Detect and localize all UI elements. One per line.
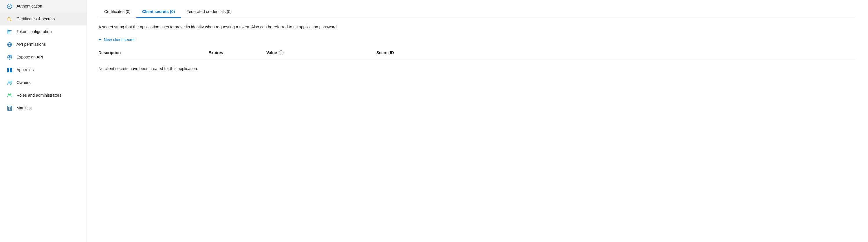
table-header: Description Expires Value i Secret ID (98, 50, 857, 58)
new-secret-label: New client secret (104, 37, 135, 42)
svg-rect-14 (10, 70, 12, 72)
empty-state-message: No client secrets have been created for … (98, 62, 857, 71)
svg-point-18 (9, 93, 11, 95)
expose-icon (7, 54, 12, 60)
svg-rect-22 (8, 108, 9, 109)
sidebar-item-label-manifest: Manifest (17, 105, 32, 111)
column-header-description: Description (98, 50, 209, 55)
main-content: Certificates (0) Client secrets (0) Fede… (87, 0, 868, 242)
svg-point-17 (8, 93, 9, 95)
sidebar: Authentication Certificates & secrets To… (0, 0, 87, 242)
tab-client-secrets[interactable]: Client secrets (0) (136, 6, 181, 18)
column-header-expires: Expires (209, 50, 267, 55)
sidebar-item-roles-administrators[interactable]: Roles and administrators (0, 89, 87, 102)
column-header-value: Value i (267, 50, 376, 55)
sidebar-item-label-certificates: Certificates & secrets (17, 16, 55, 22)
api-icon (7, 42, 12, 48)
roles-icon (7, 93, 12, 98)
sidebar-item-api-permissions[interactable]: API permissions (0, 38, 87, 51)
svg-rect-12 (10, 68, 12, 70)
sidebar-item-label-api: API permissions (17, 42, 46, 48)
sidebar-item-label-token: Token configuration (17, 29, 52, 35)
tab-certificates[interactable]: Certificates (0) (98, 6, 136, 18)
key-icon (7, 16, 12, 22)
approles-icon (7, 67, 12, 73)
tab-bar: Certificates (0) Client secrets (0) Fede… (98, 6, 857, 18)
svg-rect-13 (7, 70, 9, 72)
svg-point-15 (8, 81, 10, 83)
sidebar-item-certificates-secrets[interactable]: Certificates & secrets (0, 13, 87, 26)
token-icon (7, 29, 12, 35)
sidebar-item-label-authentication: Authentication (17, 3, 42, 9)
authentication-icon (7, 3, 12, 9)
sidebar-item-owners[interactable]: Owners (0, 77, 87, 89)
tab-federated-credentials[interactable]: Federated credentials (0) (181, 6, 238, 18)
svg-point-16 (10, 81, 12, 83)
sidebar-item-label-expose: Expose an API (17, 54, 43, 60)
sidebar-item-token-configuration[interactable]: Token configuration (0, 26, 87, 38)
sidebar-item-expose-api[interactable]: Expose an API (0, 51, 87, 64)
svg-point-10 (10, 55, 12, 57)
svg-rect-20 (8, 107, 9, 108)
sidebar-item-authentication[interactable]: Authentication (0, 0, 87, 13)
sidebar-item-label-owners: Owners (17, 80, 30, 86)
svg-rect-21 (9, 107, 11, 108)
sidebar-item-label-roles: Roles and administrators (17, 93, 61, 98)
description-text: A secret string that the application use… (98, 24, 417, 30)
new-client-secret-button[interactable]: + New client secret (98, 37, 135, 42)
sidebar-item-label-approles: App roles (17, 67, 34, 73)
column-header-secret-id: Secret ID (376, 50, 857, 55)
svg-rect-5 (7, 30, 8, 34)
svg-rect-11 (7, 68, 9, 70)
sidebar-item-app-roles[interactable]: App roles (0, 64, 87, 77)
owners-icon (7, 80, 12, 86)
svg-rect-25 (9, 109, 11, 110)
sidebar-item-manifest[interactable]: Manifest (0, 102, 87, 115)
plus-icon: + (98, 37, 102, 42)
value-info-icon[interactable]: i (279, 50, 283, 55)
svg-rect-24 (8, 109, 9, 110)
manifest-icon (7, 105, 12, 111)
svg-rect-23 (9, 108, 11, 109)
